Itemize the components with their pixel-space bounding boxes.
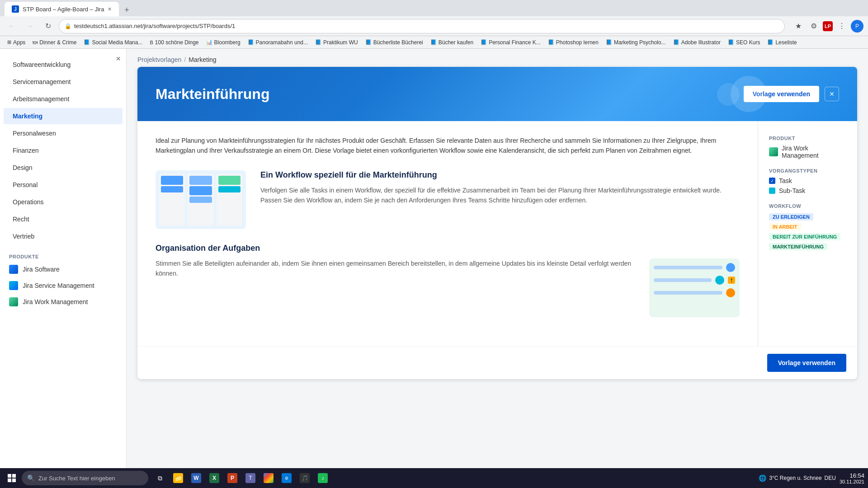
kanban-card <box>161 176 183 185</box>
url-text: testdeutsch1.atlassian.net/jira/software… <box>74 23 235 29</box>
current-date: 30.11.2021 <box>840 479 864 484</box>
task-row-2: ↑ <box>654 276 735 285</box>
template-description: Ideal zur Planung von Markteinführungsst… <box>156 136 740 156</box>
task-list-illustration: ↑ <box>649 258 740 317</box>
bookmark-apps[interactable]: ⊞ Apps <box>5 38 28 47</box>
new-tab-button[interactable]: + <box>121 4 133 16</box>
sidebar-product-jira-software[interactable]: Jira Software <box>0 261 126 277</box>
taskbar-powerpoint[interactable]: P <box>224 470 241 486</box>
lastpass-extension[interactable]: LP <box>823 21 833 31</box>
forward-button[interactable]: → <box>23 19 37 33</box>
product-label: PRODUKT <box>769 136 846 141</box>
taskbar-edge[interactable]: e <box>278 470 295 486</box>
windows-logo-icon <box>8 474 16 482</box>
bookmark-100dinge[interactable]: B 100 schöne Dinge <box>147 38 201 47</box>
bookmark-panorama[interactable]: 📘 Panoramabahn und... <box>245 38 311 47</box>
tab-bar: J STP Board – Agile-Board – Jira × + <box>0 0 868 16</box>
taskbar-teams[interactable]: T <box>242 470 259 486</box>
sidebar-item-vertrieb[interactable]: Vertrieb <box>4 228 123 244</box>
sidebar-item-softwareentwicklung[interactable]: Softwareentwicklung <box>4 56 123 73</box>
bookmark-bloomberg[interactable]: 📊 Bloomberg <box>203 38 243 47</box>
powerpoint-icon: P <box>227 473 237 483</box>
extensions-button[interactable]: ⚙ <box>807 20 820 33</box>
sidebar-product-jira-work[interactable]: Jira Work Management <box>0 294 126 310</box>
bookmark-star-button[interactable]: ★ <box>792 20 805 33</box>
bookmark-personalfinance[interactable]: 📘 Personal Finance K... <box>478 38 543 47</box>
template-title: Markteinführung <box>156 86 269 103</box>
sidebar-item-operations[interactable]: Operations <box>4 194 123 210</box>
browser-action-buttons: ★ ⚙ LP ⋮ P <box>792 20 863 33</box>
sidebar-item-personal[interactable]: Personal <box>4 177 123 193</box>
template-section-1-content: Ein Workflow speziell für die Markteinfü… <box>156 170 740 229</box>
workflow-tag-markteinfuehrung: MARKTEINFÜHRUNG <box>769 243 827 250</box>
sidebar-item-finanzen[interactable]: Finanzen <box>4 142 123 159</box>
sidebar-item-servicemanagement[interactable]: Servicemanagement <box>4 74 123 90</box>
network-icon: 🌐 <box>759 474 766 482</box>
taskbar-spotify[interactable]: ♪ <box>315 470 331 486</box>
bookmark-praktikum[interactable]: 📘 Praktikum WU <box>312 38 361 47</box>
sidebar-item-recht[interactable]: Recht <box>4 211 123 227</box>
jira-work-logo <box>9 297 18 306</box>
template-panel: Markteinführung Vorlage verwenden × Idea… <box>137 67 857 379</box>
taskbar-file-explorer[interactable]: 📁 <box>170 470 186 486</box>
tab-close-btn[interactable]: × <box>108 5 111 13</box>
taskbar-word[interactable]: W <box>188 470 204 486</box>
use-template-bottom-button[interactable]: Vorlage verwenden <box>767 354 846 372</box>
bookmark-seo[interactable]: 📘 SEO Kurs <box>725 38 763 47</box>
taskbar-excel[interactable]: X <box>206 470 222 486</box>
bookmark-buecherliste[interactable]: 📘 Bücherliste Bücherei <box>363 38 426 47</box>
issue-types-label: VORGANGSTYPEN <box>769 168 846 174</box>
kanban-card <box>189 176 212 185</box>
category-sidebar: × Softwareentwicklung Servicemanagement … <box>0 49 127 488</box>
taskbar-chrome[interactable] <box>260 470 277 486</box>
back-button[interactable]: ← <box>5 19 19 33</box>
bookmark-social[interactable]: 📘 Social Media Mana... <box>81 38 145 47</box>
template-header: Markteinführung Vorlage verwenden × <box>137 67 857 121</box>
task-avatar <box>715 276 724 285</box>
breadcrumb-parent[interactable]: Projektvorlagen <box>137 56 181 63</box>
use-template-header-button[interactable]: Vorlage verwenden <box>744 86 819 102</box>
address-bar[interactable]: 🔒 testdeutsch1.atlassian.net/jira/softwa… <box>59 19 785 33</box>
template-section-2-title: Organisation der Aufgaben <box>156 244 740 253</box>
taskbar-task-view[interactable]: ⧉ <box>152 470 168 486</box>
task-line <box>654 266 722 269</box>
workflow-tag-bereit: BEREIT ZUR EINFÜHRUNG <box>769 233 840 240</box>
windows-start-button[interactable] <box>4 470 20 486</box>
task-list-image: ↑ <box>649 258 740 317</box>
reload-button[interactable]: ↻ <box>41 19 55 33</box>
bookmark-dinner[interactable]: 🍽 Dinner & Crime <box>30 38 79 47</box>
profile-button[interactable]: P <box>851 20 863 33</box>
issue-type-subtask: Sub-Task <box>769 187 846 194</box>
taskbar-search-icon: 🔍 <box>27 474 35 482</box>
sidebar-item-arbeitsmanagement[interactable]: Arbeitsmanagement <box>4 91 123 107</box>
product-badge-icon <box>769 147 778 156</box>
bookmark-marketing[interactable]: 📘 Marketing Psycholo... <box>603 38 669 47</box>
task-illustration: ↑ <box>649 258 740 317</box>
template-section-1-title: Ein Workflow speziell für die Markteinfü… <box>260 170 740 180</box>
more-options-button[interactable]: ⋮ <box>835 20 848 33</box>
sidebar-item-marketing[interactable]: Marketing <box>4 108 123 124</box>
active-tab[interactable]: J STP Board – Agile-Board – Jira × <box>5 2 119 16</box>
taskbar-search-bar[interactable]: 🔍 Zur Suche Text hier eingeben <box>22 471 148 485</box>
sidebar-product-jira-service[interactable]: Jira Service Management <box>0 277 126 294</box>
kanban-card <box>161 186 183 192</box>
close-panel-button[interactable]: × <box>825 87 839 101</box>
taskbar-search-placeholder: Zur Suche Text hier eingeben <box>38 475 115 482</box>
chrome-icon <box>264 473 274 483</box>
sidebar-item-personalwesen[interactable]: Personalwesen <box>4 125 123 141</box>
sidebar-close-button[interactable]: × <box>116 54 121 64</box>
language-indicator: DEU <box>825 475 836 481</box>
bookmark-illustrator[interactable]: 📘 Adobe Illustrator <box>670 38 723 47</box>
kanban-card <box>218 176 241 185</box>
bookmark-leseliste[interactable]: 📘 Leseliste <box>764 38 799 47</box>
sidebar-item-design[interactable]: Design <box>4 160 123 176</box>
bookmark-buecherkaufen[interactable]: 📘 Bücher kaufen <box>428 38 476 47</box>
workflow-illustration <box>156 170 246 229</box>
jira-favicon: J <box>12 5 19 13</box>
issue-type-task: ✓ Task <box>769 177 846 184</box>
template-footer: Vorlage verwenden <box>137 346 857 379</box>
breadcrumb-separator: / <box>184 56 186 63</box>
bookmark-photoshop[interactable]: 📘 Photoshop lernen <box>545 38 601 47</box>
taskbar-app-8[interactable]: 🎵 <box>297 470 313 486</box>
system-tray-icons: 🌐 3°C Regen u. Schnee DEU <box>759 474 836 482</box>
